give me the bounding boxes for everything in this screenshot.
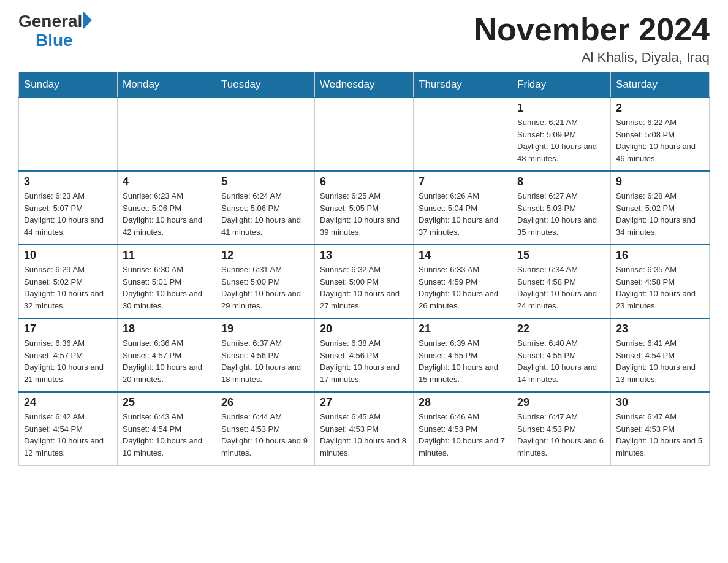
day-info: Sunrise: 6:28 AM Sunset: 5:02 PM Dayligh… xyxy=(616,190,704,238)
day-info: Sunrise: 6:43 AM Sunset: 4:54 PM Dayligh… xyxy=(123,411,211,459)
day-number: 11 xyxy=(123,249,211,262)
header-tuesday: Tuesday xyxy=(216,72,315,98)
weekday-header-row: Sunday Monday Tuesday Wednesday Thursday… xyxy=(19,72,710,98)
table-row: 6Sunrise: 6:25 AM Sunset: 5:05 PM Daylig… xyxy=(315,171,414,245)
day-info: Sunrise: 6:41 AM Sunset: 4:54 PM Dayligh… xyxy=(616,337,704,385)
day-info: Sunrise: 6:21 AM Sunset: 5:09 PM Dayligh… xyxy=(517,117,605,164)
header-saturday: Saturday xyxy=(611,72,710,98)
week-row-2: 10Sunrise: 6:29 AM Sunset: 5:02 PM Dayli… xyxy=(19,245,710,318)
table-row: 20Sunrise: 6:38 AM Sunset: 4:56 PM Dayli… xyxy=(315,318,414,392)
header-friday: Friday xyxy=(512,72,611,98)
day-info: Sunrise: 6:47 AM Sunset: 4:53 PM Dayligh… xyxy=(616,411,704,459)
day-number: 30 xyxy=(616,396,704,409)
table-row: 3Sunrise: 6:23 AM Sunset: 5:07 PM Daylig… xyxy=(19,171,118,245)
day-info: Sunrise: 6:36 AM Sunset: 4:57 PM Dayligh… xyxy=(24,337,112,385)
logo-general-text: General xyxy=(18,12,82,31)
day-number: 17 xyxy=(24,323,112,335)
day-info: Sunrise: 6:22 AM Sunset: 5:08 PM Dayligh… xyxy=(616,117,704,164)
day-info: Sunrise: 6:23 AM Sunset: 5:07 PM Dayligh… xyxy=(24,190,112,238)
day-number: 24 xyxy=(24,396,112,409)
day-number: 4 xyxy=(123,175,211,188)
table-row: 1Sunrise: 6:21 AM Sunset: 5:09 PM Daylig… xyxy=(512,98,611,171)
day-number: 14 xyxy=(419,249,507,262)
day-number: 20 xyxy=(320,323,408,335)
day-info: Sunrise: 6:37 AM Sunset: 4:56 PM Dayligh… xyxy=(221,337,309,385)
day-number: 21 xyxy=(419,323,507,335)
header-monday: Monday xyxy=(118,72,216,98)
table-row: 18Sunrise: 6:36 AM Sunset: 4:57 PM Dayli… xyxy=(118,318,216,392)
day-number: 18 xyxy=(123,323,211,335)
day-number: 26 xyxy=(221,396,309,409)
day-info: Sunrise: 6:31 AM Sunset: 5:00 PM Dayligh… xyxy=(221,264,309,312)
table-row xyxy=(118,98,216,171)
day-info: Sunrise: 6:33 AM Sunset: 4:59 PM Dayligh… xyxy=(419,264,507,312)
day-number: 29 xyxy=(517,396,605,409)
table-row: 5Sunrise: 6:24 AM Sunset: 5:06 PM Daylig… xyxy=(216,171,315,245)
table-row xyxy=(19,98,118,171)
table-row xyxy=(216,98,315,171)
month-title: November 2024 xyxy=(474,12,710,47)
table-row: 15Sunrise: 6:34 AM Sunset: 4:58 PM Dayli… xyxy=(512,245,611,318)
day-number: 1 xyxy=(517,102,605,115)
day-number: 6 xyxy=(320,175,408,188)
logo-arrow-icon xyxy=(83,12,92,29)
day-info: Sunrise: 6:35 AM Sunset: 4:58 PM Dayligh… xyxy=(616,264,704,312)
table-row: 10Sunrise: 6:29 AM Sunset: 5:02 PM Dayli… xyxy=(19,245,118,318)
day-number: 2 xyxy=(616,102,704,115)
day-info: Sunrise: 6:24 AM Sunset: 5:06 PM Dayligh… xyxy=(221,190,309,238)
day-info: Sunrise: 6:23 AM Sunset: 5:06 PM Dayligh… xyxy=(123,190,211,238)
page-header: General Blue November 2024 Al Khalis, Di… xyxy=(18,12,710,66)
day-number: 13 xyxy=(320,249,408,262)
day-info: Sunrise: 6:40 AM Sunset: 4:55 PM Dayligh… xyxy=(517,337,605,385)
day-info: Sunrise: 6:44 AM Sunset: 4:53 PM Dayligh… xyxy=(221,411,309,459)
table-row: 12Sunrise: 6:31 AM Sunset: 5:00 PM Dayli… xyxy=(216,245,315,318)
day-info: Sunrise: 6:27 AM Sunset: 5:03 PM Dayligh… xyxy=(517,190,605,238)
day-info: Sunrise: 6:26 AM Sunset: 5:04 PM Dayligh… xyxy=(419,190,507,238)
table-row: 7Sunrise: 6:26 AM Sunset: 5:04 PM Daylig… xyxy=(414,171,512,245)
week-row-0: 1Sunrise: 6:21 AM Sunset: 5:09 PM Daylig… xyxy=(19,98,710,171)
table-row: 29Sunrise: 6:47 AM Sunset: 4:53 PM Dayli… xyxy=(512,392,611,465)
table-row: 14Sunrise: 6:33 AM Sunset: 4:59 PM Dayli… xyxy=(414,245,512,318)
table-row xyxy=(414,98,512,171)
logo: General Blue xyxy=(18,12,92,50)
header-sunday: Sunday xyxy=(19,72,118,98)
day-number: 27 xyxy=(320,396,408,409)
calendar-table: Sunday Monday Tuesday Wednesday Thursday… xyxy=(18,72,710,466)
table-row: 4Sunrise: 6:23 AM Sunset: 5:06 PM Daylig… xyxy=(118,171,216,245)
day-number: 25 xyxy=(123,396,211,409)
table-row: 23Sunrise: 6:41 AM Sunset: 4:54 PM Dayli… xyxy=(611,318,710,392)
table-row xyxy=(315,98,414,171)
day-info: Sunrise: 6:29 AM Sunset: 5:02 PM Dayligh… xyxy=(24,264,112,312)
table-row: 8Sunrise: 6:27 AM Sunset: 5:03 PM Daylig… xyxy=(512,171,611,245)
day-number: 9 xyxy=(616,175,704,188)
table-row: 13Sunrise: 6:32 AM Sunset: 5:00 PM Dayli… xyxy=(315,245,414,318)
week-row-4: 24Sunrise: 6:42 AM Sunset: 4:54 PM Dayli… xyxy=(19,392,710,465)
day-info: Sunrise: 6:45 AM Sunset: 4:53 PM Dayligh… xyxy=(320,411,408,459)
table-row: 2Sunrise: 6:22 AM Sunset: 5:08 PM Daylig… xyxy=(611,98,710,171)
day-info: Sunrise: 6:36 AM Sunset: 4:57 PM Dayligh… xyxy=(123,337,211,385)
location-title: Al Khalis, Diyala, Iraq xyxy=(474,50,710,66)
table-row: 27Sunrise: 6:45 AM Sunset: 4:53 PM Dayli… xyxy=(315,392,414,465)
day-info: Sunrise: 6:30 AM Sunset: 5:01 PM Dayligh… xyxy=(123,264,211,312)
table-row: 25Sunrise: 6:43 AM Sunset: 4:54 PM Dayli… xyxy=(118,392,216,465)
header-thursday: Thursday xyxy=(414,72,512,98)
day-info: Sunrise: 6:25 AM Sunset: 5:05 PM Dayligh… xyxy=(320,190,408,238)
table-row: 19Sunrise: 6:37 AM Sunset: 4:56 PM Dayli… xyxy=(216,318,315,392)
day-info: Sunrise: 6:42 AM Sunset: 4:54 PM Dayligh… xyxy=(24,411,112,459)
table-row: 22Sunrise: 6:40 AM Sunset: 4:55 PM Dayli… xyxy=(512,318,611,392)
title-block: November 2024 Al Khalis, Diyala, Iraq xyxy=(474,12,710,66)
table-row: 21Sunrise: 6:39 AM Sunset: 4:55 PM Dayli… xyxy=(414,318,512,392)
logo-blue-text: Blue xyxy=(36,31,73,50)
day-number: 12 xyxy=(221,249,309,262)
day-info: Sunrise: 6:38 AM Sunset: 4:56 PM Dayligh… xyxy=(320,337,408,385)
day-number: 19 xyxy=(221,323,309,335)
day-number: 22 xyxy=(517,323,605,335)
week-row-3: 17Sunrise: 6:36 AM Sunset: 4:57 PM Dayli… xyxy=(19,318,710,392)
day-number: 7 xyxy=(419,175,507,188)
table-row: 24Sunrise: 6:42 AM Sunset: 4:54 PM Dayli… xyxy=(19,392,118,465)
header-wednesday: Wednesday xyxy=(315,72,414,98)
day-number: 16 xyxy=(616,249,704,262)
day-info: Sunrise: 6:32 AM Sunset: 5:00 PM Dayligh… xyxy=(320,264,408,312)
table-row: 30Sunrise: 6:47 AM Sunset: 4:53 PM Dayli… xyxy=(611,392,710,465)
day-info: Sunrise: 6:34 AM Sunset: 4:58 PM Dayligh… xyxy=(517,264,605,312)
